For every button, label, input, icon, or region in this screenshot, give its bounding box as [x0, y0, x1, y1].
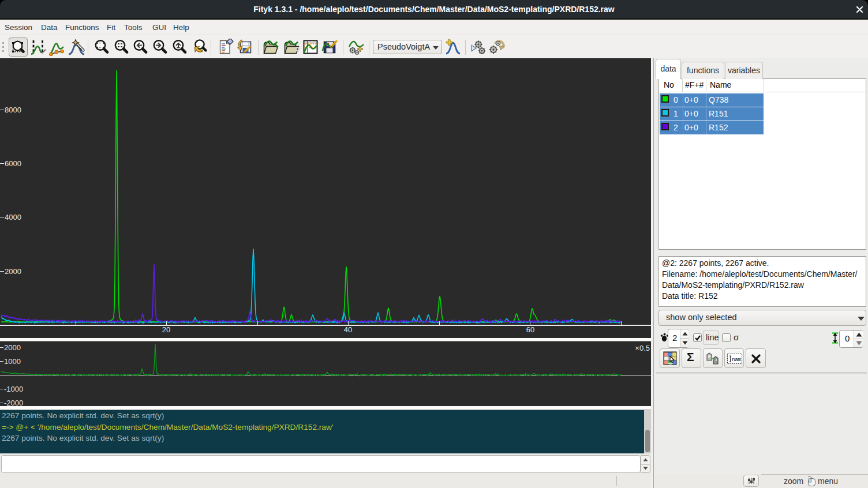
svg-text:40: 40: [344, 325, 352, 334]
svg-text:4000: 4000: [5, 213, 21, 222]
svg-text:-2000: -2000: [4, 399, 23, 406]
svg-text:6000: 6000: [5, 159, 21, 168]
svg-text:×0.5: ×0.5: [635, 344, 650, 352]
svg-text:2000: 2000: [4, 343, 21, 352]
svg-text:20: 20: [162, 325, 170, 334]
svg-text:2000: 2000: [5, 267, 21, 276]
svg-text:60: 60: [526, 325, 534, 334]
svg-text:8000: 8000: [5, 106, 21, 114]
svg-text:-1000: -1000: [4, 385, 23, 393]
svg-text:1000: 1000: [4, 357, 21, 366]
svg-text:nam: nam: [732, 356, 741, 363]
